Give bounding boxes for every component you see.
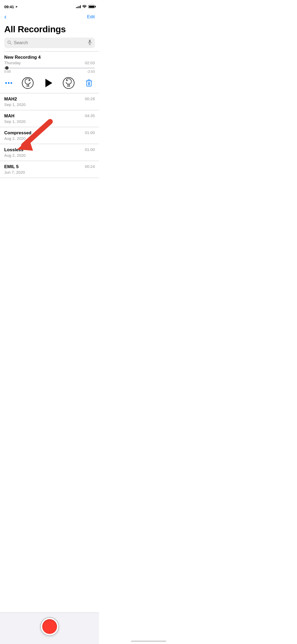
recording-date-4: Aug 2, 2020 [4,136,31,141]
recording-date-1: Thursday [4,61,21,65]
status-bar: 09:41 ➤ [0,0,99,12]
recording-name-4: Compressed [4,130,31,136]
recording-row-3: MAH Sep 1, 2020 04:35 [4,113,95,124]
svg-line-1 [10,43,12,44]
recording-duration-6: 00:24 [85,164,95,169]
recording-item-6[interactable]: EMIL 5 Jun 7, 2020 00:24 [0,161,99,178]
recording-name-1: New Recording 4 [4,55,41,60]
signal-bar-3 [79,6,79,8]
skip-forward-label: 15 [67,85,70,87]
recording-date-6: Jun 7, 2020 [4,170,25,174]
delete-button[interactable] [83,77,95,89]
battery-fill [89,6,94,8]
recording-info-5: Lossless Aug 2, 2020 [4,147,26,158]
recording-name-6: EMIL 5 [4,164,25,169]
progress-container[interactable] [4,68,95,68]
trash-icon [86,79,92,87]
skip-back-button[interactable]: 15 [22,77,34,89]
recording-row-5: Lossless Aug 2, 2020 01:00 [4,147,95,158]
skip-back-icon [25,79,31,84]
recording-date-3: Sep 1, 2020 [4,119,26,124]
svg-rect-2 [89,40,91,43]
dot-2 [8,82,10,84]
recording-duration-5: 01:00 [85,147,95,152]
skip-forward-button[interactable]: 15 [63,77,74,89]
recording-item-3[interactable]: MAH Sep 1, 2020 04:35 [0,110,99,127]
recording-row-6: EMIL 5 Jun 7, 2020 00:24 [4,164,95,174]
skip-back-inner: 15 [25,79,31,87]
recording-info-2: MAH2 Sep 1, 2020 [4,96,26,107]
signal-bars [76,5,81,8]
recording-date-5: Aug 2, 2020 [4,153,26,158]
play-button[interactable] [43,77,54,89]
signal-bar-1 [76,7,77,8]
location-icon: ➤ [15,5,18,8]
recording-duration-1: 02:03 [85,61,95,65]
microphone-icon [88,40,92,46]
search-input[interactable] [14,40,86,45]
more-options-button[interactable] [4,81,13,85]
progress-track [4,68,95,68]
skip-forward-icon [66,79,72,84]
wifi-icon [82,5,87,9]
signal-bar-4 [80,5,81,8]
player-section: 0:00 -2:03 15 [4,68,95,90]
recording-duration-4: 01:00 [85,130,95,135]
signal-bar-2 [77,7,78,8]
back-button[interactable]: ‹ [4,13,7,21]
recording-info-6: EMIL 5 Jun 7, 2020 [4,164,25,174]
recording-item-4[interactable]: Compressed Aug 2, 2020 01:00 [0,127,99,144]
recording-date-2: Sep 1, 2020 [4,102,26,107]
recording-duration-3: 04:35 [85,113,95,118]
search-icon [7,40,12,45]
nav-bar: ‹ Edit [0,12,99,23]
recording-name-2: MAH2 [4,96,26,102]
edit-button[interactable]: Edit [87,14,95,20]
page-title: All Recordings [0,23,99,38]
status-icons [76,5,95,9]
recording-item-2[interactable]: MAH2 Sep 1, 2020 00:28 [0,93,99,110]
player-controls: 15 15 [4,76,95,90]
progress-thumb [5,66,9,70]
search-container [0,38,99,51]
status-time: 09:41 [4,4,14,9]
recording-header: New Recording 4 [4,55,95,60]
svg-rect-7 [88,80,90,81]
search-bar[interactable] [4,38,95,48]
time-labels: 0:00 -2:03 [4,70,95,73]
play-icon [45,79,52,87]
recording-info-4: Compressed Aug 2, 2020 [4,130,31,141]
time-remaining: -2:03 [87,70,95,73]
recording-item-5[interactable]: Lossless Aug 2, 2020 01:00 [0,144,99,161]
recording-info-3: MAH Sep 1, 2020 [4,113,26,124]
recording-list: New Recording 4 Thursday 02:03 0:00 -2:0… [0,52,99,178]
skip-back-label: 15 [26,85,29,87]
dot-1 [5,82,7,84]
recording-name-3: MAH [4,113,26,119]
recording-name-5: Lossless [4,147,26,153]
recording-meta-1: Thursday 02:03 [4,61,95,65]
recording-item-expanded[interactable]: New Recording 4 Thursday 02:03 0:00 -2:0… [0,52,99,93]
skip-forward-inner: 15 [66,79,72,87]
battery-icon [88,5,95,8]
recording-duration-2: 00:28 [85,96,95,101]
recording-row-4: Compressed Aug 2, 2020 01:00 [4,130,95,141]
dot-3 [11,82,12,84]
time-current: 0:00 [4,70,11,73]
recording-row-2: MAH2 Sep 1, 2020 00:28 [4,96,95,107]
